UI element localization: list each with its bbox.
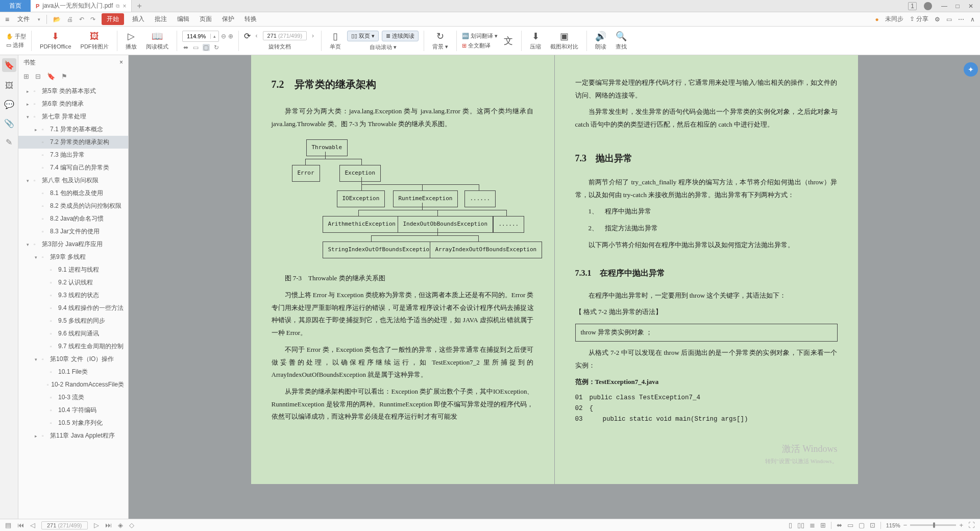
new-tab-button[interactable]: + bbox=[132, 2, 146, 11]
menu-start[interactable]: 开始 bbox=[102, 13, 124, 25]
menu-annotate[interactable]: 批注 bbox=[153, 15, 169, 23]
settings-icon[interactable]: ⚙ bbox=[935, 16, 940, 23]
bookmark-item[interactable]: ▫10.5 对象序列化 bbox=[18, 417, 128, 429]
thumbnail-panel-icon[interactable]: 🖼 bbox=[5, 81, 13, 90]
bookmark-item[interactable]: ▾▫第3部分 Java程序应用 bbox=[18, 238, 128, 251]
double-page-button[interactable]: ▯▯ 双页 ▾ bbox=[347, 31, 379, 41]
play-button[interactable]: ▷播放 bbox=[122, 31, 140, 51]
compress-button[interactable]: ⬇压缩 bbox=[527, 31, 544, 51]
zoom-in-icon[interactable]: ⊕ bbox=[228, 33, 233, 40]
close-window-icon[interactable]: ✕ bbox=[966, 3, 976, 10]
first-page-icon[interactable]: ⏮ bbox=[17, 521, 24, 529]
bookmark-item[interactable]: ▫10.1 File类 bbox=[18, 366, 128, 378]
bookmark-item[interactable]: ▫9.5 多线程的同步 bbox=[18, 315, 128, 327]
sidebar-close-icon[interactable]: × bbox=[119, 59, 123, 66]
bookmark-flag-icon[interactable]: ⚑ bbox=[61, 73, 67, 80]
bookmark-item[interactable]: ▫9.4 线程操作的一些方法 bbox=[18, 302, 128, 315]
bookmark-item[interactable]: ▫7.3 抛出异常 bbox=[18, 149, 128, 161]
bookmark-toggle-icon[interactable]: ▸ bbox=[35, 433, 40, 439]
read-mode-button[interactable]: 📖阅读模式 bbox=[143, 31, 172, 51]
bookmark-item[interactable]: ▸▫第11章 Java Applet程序 bbox=[18, 429, 128, 442]
page-input[interactable]: 271 (271/499) bbox=[263, 31, 307, 40]
translate-button[interactable]: 文 bbox=[501, 35, 516, 46]
zoom-input-group[interactable]: ▴ bbox=[182, 31, 219, 42]
edit-panel-icon[interactable]: ✎ bbox=[6, 137, 12, 147]
bookmark-item[interactable]: ▫8.3 Jar文件的使用 bbox=[18, 225, 128, 238]
bookmark-item[interactable]: ▫9.3 线程的状态 bbox=[18, 289, 128, 302]
bookmark-item[interactable]: ▸▫7.1 异常的基本概念 bbox=[18, 123, 128, 136]
bookmark-item[interactable]: ▸▫第5章 类的基本形式 bbox=[18, 85, 128, 98]
zoom-in-status-icon[interactable]: + bbox=[959, 521, 963, 529]
marker2-icon[interactable]: ◇ bbox=[129, 521, 134, 529]
zoom-out-status-icon[interactable]: − bbox=[903, 521, 908, 529]
background-button[interactable]: ↻背景 ▾ bbox=[429, 31, 451, 51]
next-page-status-icon[interactable]: ▷ bbox=[94, 521, 99, 529]
redo-icon[interactable]: ↷ bbox=[90, 16, 95, 23]
menu-edit[interactable]: 编辑 bbox=[175, 15, 191, 23]
avatar-icon[interactable] bbox=[924, 2, 932, 10]
bookmark-item[interactable]: ▫8.2 类成员的访问控制权限 bbox=[18, 200, 128, 212]
add-bookmark-icon[interactable]: 🔖 bbox=[47, 73, 55, 80]
tab-home[interactable]: 首页 bbox=[0, 0, 31, 12]
prev-page-status-icon[interactable]: ◁ bbox=[30, 521, 35, 529]
hand-tool[interactable]: ✋ 手型 bbox=[6, 33, 26, 40]
layout3-icon[interactable]: ≣ bbox=[810, 521, 815, 529]
pdf-to-image-button[interactable]: 🖼PDF转图片 bbox=[78, 31, 112, 51]
next-page-icon[interactable]: › bbox=[310, 32, 316, 39]
sidebar-toggle-icon[interactable]: ▤ bbox=[5, 521, 11, 529]
find-button[interactable]: 🔍查找 bbox=[612, 31, 630, 51]
view3-icon[interactable]: ▢ bbox=[859, 521, 865, 529]
bookmark-toggle-icon[interactable]: ▸ bbox=[27, 89, 32, 94]
prev-page-icon[interactable]: ‹ bbox=[254, 32, 260, 39]
expand-all-icon[interactable]: ⊞ bbox=[23, 73, 29, 80]
restore-tab-icon[interactable]: ⧉ bbox=[116, 3, 119, 9]
minimize-icon[interactable]: — bbox=[939, 3, 949, 10]
bookmark-toggle-icon[interactable]: ▾ bbox=[27, 114, 32, 119]
menu-file[interactable]: 文件 bbox=[15, 15, 32, 23]
bookmark-item[interactable]: ▫10-3 流类 bbox=[18, 391, 128, 404]
marker-icon[interactable]: ◈ bbox=[118, 521, 123, 529]
fulltext-translate-button[interactable]: ⊞ 全文翻译 bbox=[462, 42, 498, 50]
bookmark-item[interactable]: ▫10-2 RandomAccessFile类 bbox=[18, 378, 128, 391]
comment-panel-icon[interactable]: 💬 bbox=[4, 100, 14, 109]
dict-translate-button[interactable]: 🔤 划词翻译 ▾ bbox=[462, 32, 498, 40]
last-page-icon[interactable]: ⏭ bbox=[105, 521, 112, 529]
rotate-icon[interactable]: ⟳ bbox=[244, 31, 251, 41]
bookmark-panel-icon[interactable]: 🔖 bbox=[2, 58, 16, 72]
bookmark-item[interactable]: ▾▫第八章 包及访问权限 bbox=[18, 174, 128, 187]
layout2-icon[interactable]: ▯▯ bbox=[797, 521, 804, 529]
bookmark-toggle-icon[interactable]: ▾ bbox=[27, 178, 32, 183]
bookmark-item[interactable]: ▫7.4 编写自己的异常类 bbox=[18, 161, 128, 174]
sync-label[interactable]: 未同步 bbox=[885, 15, 903, 23]
share-icon[interactable]: ⇪ 分享 bbox=[910, 15, 928, 23]
tts-button[interactable]: 🔊朗读 bbox=[592, 31, 609, 51]
bookmark-toggle-icon[interactable]: ▾ bbox=[27, 242, 32, 247]
bookmark-item[interactable]: ▫9.1 进程与线程 bbox=[18, 263, 128, 276]
bookmark-item[interactable]: ▾▫第10章 文件（IO）操作 bbox=[18, 353, 128, 366]
more-icon[interactable]: ⋯ bbox=[958, 16, 964, 23]
single-page-button[interactable]: ▯单页 bbox=[327, 31, 344, 51]
screenshot-compare-button[interactable]: ▣截图和对比 bbox=[547, 31, 581, 51]
zoom-input[interactable] bbox=[183, 33, 210, 39]
menu-convert[interactable]: 转换 bbox=[242, 15, 259, 23]
zoom-slider[interactable] bbox=[910, 524, 956, 526]
undo-icon[interactable]: ↶ bbox=[79, 16, 84, 23]
fit-page-icon[interactable]: ▭ bbox=[192, 44, 200, 51]
tab-file[interactable]: P java从一无所知到入门.pdf ⧉ × bbox=[31, 0, 132, 12]
assistant-badge-icon[interactable]: ✦ bbox=[964, 62, 978, 77]
bookmark-toggle-icon[interactable]: ▸ bbox=[27, 102, 32, 107]
view1-icon[interactable]: ⬌ bbox=[837, 521, 842, 529]
bookmark-item[interactable]: ▫10.4 字符编码 bbox=[18, 404, 128, 417]
pdf-to-office-button[interactable]: ⬇PDF转Office bbox=[37, 31, 75, 51]
fullscreen-icon[interactable]: ⛶ bbox=[968, 521, 975, 529]
menu-insert[interactable]: 插入 bbox=[130, 15, 146, 23]
bookmark-item[interactable]: ▸▫第6章 类的继承 bbox=[18, 98, 128, 110]
bookmark-item[interactable]: ▫9.7 线程生命周期的控制 bbox=[18, 340, 128, 353]
document-viewport[interactable]: ✦ 7.2 异常类的继承架构 异常可分为两大类：java.lang.Except… bbox=[129, 55, 980, 519]
bookmark-item[interactable]: ▫8.2 Java的命名习惯 bbox=[18, 212, 128, 225]
bookmark-item[interactable]: ▫9.2 认识线程 bbox=[18, 276, 128, 289]
view2-icon[interactable]: ▭ bbox=[847, 521, 853, 529]
menu-page[interactable]: 页面 bbox=[198, 15, 214, 23]
zoom-up-icon[interactable]: ▴ bbox=[211, 34, 218, 39]
bookmark-toggle-icon[interactable]: ▾ bbox=[35, 255, 40, 260]
